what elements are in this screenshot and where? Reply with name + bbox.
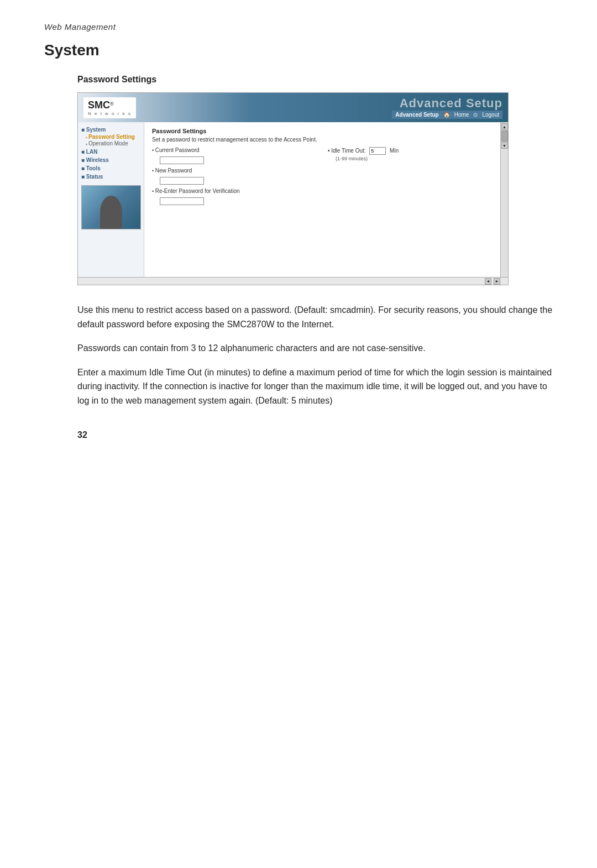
sidebar-section-title-status: ■ Status: [81, 174, 140, 180]
page-title: System: [44, 41, 553, 59]
idle-timeout-input[interactable]: [369, 147, 386, 155]
pw-settings-title: Password Settings: [152, 128, 493, 134]
scroll-right-button[interactable]: ►: [494, 278, 500, 285]
header-page-label: Advanced Setup: [395, 112, 438, 118]
current-password-row: Current Password: [152, 147, 317, 153]
smc-logo-text: SMC: [88, 100, 110, 111]
sidebar-section-title-tools: ■ Tools: [81, 165, 140, 171]
idle-timeout-label: Idle Time Out:: [331, 148, 365, 154]
current-password-input[interactable]: [160, 156, 204, 164]
sidebar-section-system: ■ System Password Setting Operation Mode: [81, 127, 140, 147]
header-nav-bar: Advanced Setup 🏠 Home ⊙ Logout: [392, 111, 502, 119]
sidebar-item-password-setting[interactable]: Password Setting: [81, 134, 140, 140]
smc-logo: SMC® N e t w o r k s: [83, 97, 136, 118]
router-body: ■ System Password Setting Operation Mode…: [78, 122, 508, 277]
reenter-password-label: Re-Enter Password for Verification: [152, 188, 240, 194]
scroll-down-button[interactable]: ▼: [501, 142, 508, 149]
router-ui-screenshot: SMC® N e t w o r k s Advanced Setup Adva…: [77, 92, 509, 285]
sidebar-section-lan: ■ LAN: [81, 149, 140, 155]
web-management-title: Web Management: [44, 22, 553, 32]
bottom-scrollbar: ◄ ►: [78, 277, 508, 285]
description-section: Use this menu to restrict access based o…: [77, 303, 553, 408]
router-header: SMC® N e t w o r k s Advanced Setup Adva…: [78, 93, 508, 122]
idle-timeout-row: • Idle Time Out: Min: [328, 147, 493, 155]
smc-reg-symbol: ®: [110, 101, 114, 107]
logout-icon: ⊙: [473, 112, 478, 118]
pw-settings-desc: Set a password to restrict management ac…: [152, 137, 493, 143]
section-heading: Password Settings: [77, 75, 553, 85]
description-paragraph-1: Use this menu to restrict access based o…: [77, 303, 553, 331]
scrollbar-thumb[interactable]: [501, 130, 508, 142]
router-sidebar: ■ System Password Setting Operation Mode…: [78, 122, 144, 277]
idle-timeout-hint: (1-99 minutes): [328, 156, 493, 161]
reenter-password-input[interactable]: [160, 197, 204, 205]
sidebar-item-operation-mode[interactable]: Operation Mode: [81, 140, 140, 147]
scroll-left-button[interactable]: ◄: [485, 278, 491, 285]
scroll-up-button[interactable]: ▲: [501, 123, 508, 130]
pw-left-fields: Current Password New Password: [152, 147, 317, 208]
logout-link[interactable]: Logout: [482, 112, 499, 118]
sidebar-section-tools: ■ Tools: [81, 165, 140, 171]
current-password-label: Current Password: [152, 147, 200, 153]
description-paragraph-3: Enter a maximum Idle Time Out (in minute…: [77, 365, 553, 408]
header-right: Advanced Setup Advanced Setup 🏠 Home ⊙ L…: [392, 96, 502, 119]
sidebar-section-status: ■ Status: [81, 174, 140, 180]
sidebar-decorative-image: [81, 185, 141, 229]
new-password-input[interactable]: [160, 177, 204, 185]
advanced-setup-watermark: Advanced Setup: [400, 96, 502, 111]
sidebar-section-title-lan: ■ LAN: [81, 149, 140, 155]
reenter-password-row: Re-Enter Password for Verification: [152, 188, 317, 194]
page-number: 32: [77, 430, 553, 440]
home-icon: 🏠: [443, 112, 450, 118]
sidebar-section-wireless: ■ Wireless: [81, 157, 140, 163]
scrollbar-right[interactable]: ▲ ▼: [500, 122, 508, 277]
sidebar-section-title-system: ■ System: [81, 127, 140, 133]
new-password-row: New Password: [152, 168, 317, 174]
pw-form-area: Current Password New Password: [152, 147, 493, 208]
pw-right-fields: • Idle Time Out: Min (1-99 minutes): [328, 147, 493, 208]
smc-networks-text: N e t w o r k s: [88, 111, 132, 116]
description-paragraph-2: Passwords can contain from 3 to 12 alpha…: [77, 341, 553, 355]
sidebar-section-title-wireless: ■ Wireless: [81, 157, 140, 163]
idle-timeout-unit: Min: [390, 148, 399, 154]
router-main-content: Password Settings Set a password to rest…: [144, 122, 500, 277]
new-password-label: New Password: [152, 168, 192, 174]
home-link[interactable]: Home: [454, 112, 469, 118]
router-content-inner: Password Settings Set a password to rest…: [144, 122, 508, 277]
